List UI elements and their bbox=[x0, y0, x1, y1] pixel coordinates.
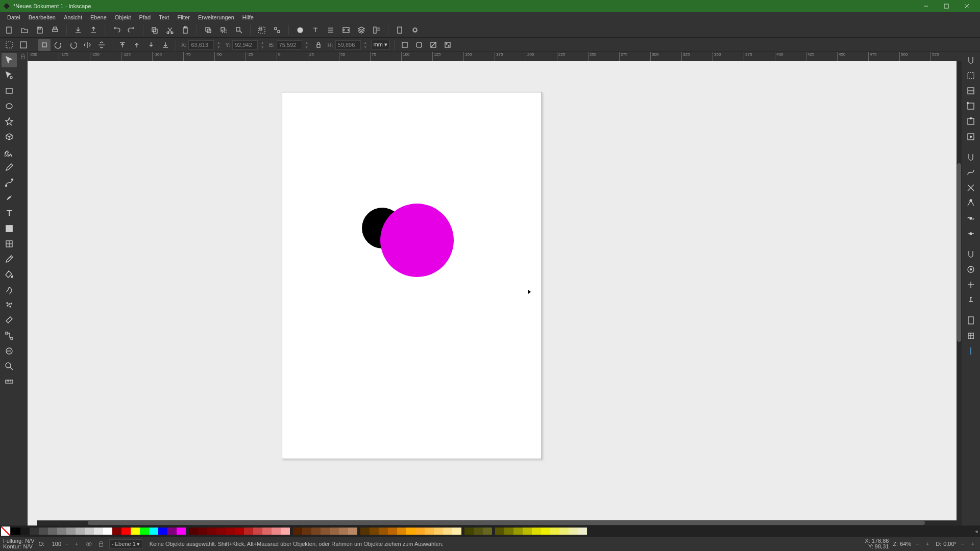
paint-bucket-tool[interactable] bbox=[2, 267, 17, 282]
scale-stroke-toggle[interactable] bbox=[399, 39, 411, 51]
color-swatch[interactable] bbox=[66, 528, 76, 535]
scale-corners-toggle[interactable] bbox=[413, 39, 425, 51]
color-swatch[interactable] bbox=[483, 528, 492, 535]
group-button[interactable] bbox=[256, 24, 268, 36]
opacity-field[interactable]: O: 100 − + bbox=[38, 540, 81, 548]
zoom-value[interactable]: 64% bbox=[900, 541, 911, 547]
snap-others-toggle[interactable] bbox=[963, 247, 978, 261]
unit-select[interactable]: mm ▾ bbox=[371, 40, 390, 49]
selectors-button[interactable] bbox=[371, 24, 383, 36]
color-swatch[interactable] bbox=[76, 528, 85, 535]
color-swatch[interactable] bbox=[379, 528, 388, 535]
move-patterns-toggle[interactable] bbox=[442, 39, 454, 51]
rotation-value[interactable]: 0,00° bbox=[943, 541, 957, 547]
horizontal-ruler[interactable]: -200-175-150-125-100-75-50-2502550751001… bbox=[28, 52, 962, 61]
star-tool[interactable] bbox=[2, 114, 17, 129]
color-swatch[interactable] bbox=[226, 528, 235, 535]
width-field[interactable]: B: 75,592 ▲▼ bbox=[268, 40, 310, 49]
color-swatch[interactable] bbox=[513, 528, 523, 535]
document-properties-button[interactable] bbox=[394, 24, 406, 36]
height-value[interactable]: 59,896 bbox=[335, 40, 361, 49]
measure-tool[interactable] bbox=[2, 374, 17, 389]
snap-nodes-toggle[interactable] bbox=[963, 150, 978, 164]
color-swatch[interactable] bbox=[149, 528, 158, 535]
tweak-tool[interactable] bbox=[2, 283, 17, 297]
canvas[interactable] bbox=[28, 61, 962, 525]
color-swatch[interactable] bbox=[30, 528, 39, 535]
eraser-tool[interactable] bbox=[2, 313, 17, 328]
color-swatch[interactable] bbox=[39, 528, 48, 535]
menu-text[interactable]: Text bbox=[155, 13, 173, 21]
color-swatch[interactable] bbox=[452, 528, 461, 535]
snap-path-intersect[interactable] bbox=[963, 181, 978, 195]
snap-bbox-toggle[interactable] bbox=[963, 68, 978, 83]
color-swatch[interactable] bbox=[360, 528, 370, 535]
y-coord-field[interactable]: Y: 92,942 ▲▼ bbox=[224, 40, 266, 49]
opacity-plus[interactable]: + bbox=[72, 540, 81, 548]
color-swatch[interactable] bbox=[406, 528, 415, 535]
pencil-tool[interactable] bbox=[2, 160, 17, 174]
snap-grid[interactable] bbox=[963, 329, 978, 343]
rotation-field[interactable]: D: 0,00° − + bbox=[936, 540, 977, 548]
zoom-field[interactable]: Z: 64% − + bbox=[893, 540, 932, 548]
menu-path[interactable]: Pfad bbox=[135, 13, 155, 21]
snap-page-border[interactable] bbox=[963, 313, 978, 328]
menu-view[interactable]: Ansicht bbox=[60, 13, 86, 21]
color-swatch[interactable] bbox=[321, 528, 330, 535]
menu-filter[interactable]: Filter bbox=[173, 13, 193, 21]
magenta-circle-shape[interactable] bbox=[380, 204, 454, 277]
color-swatch[interactable] bbox=[464, 528, 474, 535]
ellipse-tool[interactable] bbox=[2, 99, 17, 113]
vertical-scrollbar[interactable] bbox=[957, 61, 962, 520]
color-swatch[interactable] bbox=[434, 528, 443, 535]
rotation-minus[interactable]: − bbox=[959, 540, 967, 548]
color-swatch[interactable] bbox=[48, 528, 57, 535]
lock-toggle[interactable] bbox=[97, 540, 105, 548]
color-swatch[interactable] bbox=[131, 528, 140, 535]
opacity-minus[interactable]: − bbox=[63, 540, 71, 548]
unlink-clone-button[interactable] bbox=[233, 24, 245, 36]
raise-top-button[interactable] bbox=[116, 39, 129, 51]
color-swatch[interactable] bbox=[94, 528, 103, 535]
node-tool[interactable] bbox=[2, 68, 17, 83]
select-all-layers-button[interactable] bbox=[3, 39, 15, 51]
color-swatch[interactable] bbox=[425, 528, 434, 535]
color-swatch[interactable] bbox=[578, 528, 587, 535]
color-swatch[interactable] bbox=[504, 528, 513, 535]
snap-bbox-midpoint[interactable] bbox=[963, 114, 978, 129]
color-swatch[interactable] bbox=[112, 528, 121, 535]
color-swatch[interactable] bbox=[140, 528, 149, 535]
menu-edit[interactable]: Bearbeiten bbox=[24, 13, 60, 21]
snap-node-cusp[interactable] bbox=[963, 196, 978, 210]
color-swatch[interactable] bbox=[474, 528, 483, 535]
height-spinner[interactable]: ▲▼ bbox=[362, 40, 369, 49]
gradient-tool[interactable] bbox=[2, 221, 17, 236]
color-swatch[interactable] bbox=[216, 528, 226, 535]
color-swatch[interactable] bbox=[559, 528, 569, 535]
maximize-button[interactable] bbox=[936, 1, 957, 12]
snap-guide[interactable] bbox=[963, 344, 978, 358]
x-value[interactable]: 63,613 bbox=[188, 40, 214, 49]
color-swatch[interactable] bbox=[311, 528, 321, 535]
zoom-tool[interactable] bbox=[2, 359, 17, 373]
paste-button[interactable] bbox=[179, 24, 191, 36]
visibility-toggle[interactable] bbox=[85, 540, 93, 548]
connector-tool[interactable] bbox=[2, 329, 17, 343]
lower-button[interactable] bbox=[145, 39, 157, 51]
minimize-button[interactable] bbox=[916, 1, 936, 12]
zoom-minus[interactable]: − bbox=[913, 540, 921, 548]
color-swatch[interactable] bbox=[532, 528, 541, 535]
color-swatch[interactable] bbox=[281, 528, 290, 535]
color-swatch[interactable] bbox=[207, 528, 216, 535]
import-button[interactable] bbox=[72, 24, 84, 36]
transform-toggle[interactable] bbox=[38, 39, 51, 51]
color-swatch[interactable] bbox=[569, 528, 578, 535]
color-swatch[interactable] bbox=[167, 528, 177, 535]
y-value[interactable]: 92,942 bbox=[232, 40, 258, 49]
color-swatch[interactable] bbox=[85, 528, 94, 535]
rotate-ccw-button[interactable] bbox=[53, 39, 65, 51]
selector-tool[interactable] bbox=[2, 53, 17, 67]
cut-button[interactable] bbox=[164, 24, 176, 36]
snap-rotation-center[interactable] bbox=[963, 278, 978, 292]
fill-stroke-button[interactable] bbox=[294, 24, 306, 36]
